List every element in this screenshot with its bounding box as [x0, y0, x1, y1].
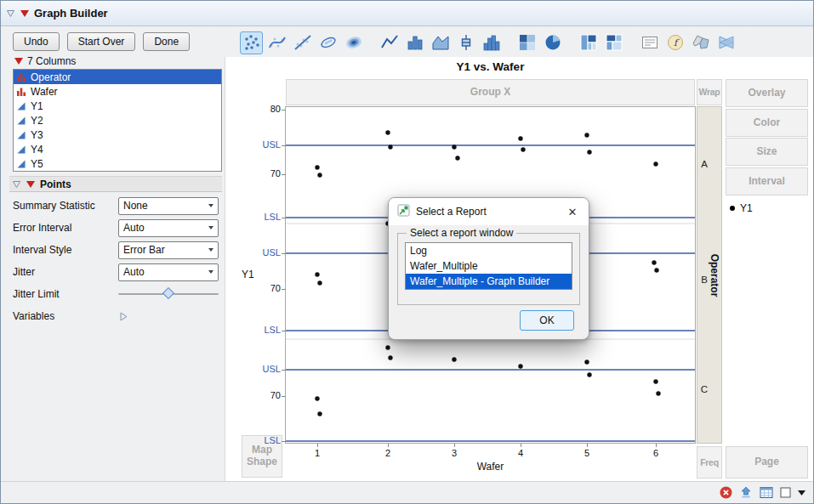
y-tick-mark — [282, 396, 286, 397]
outline-disclosure-icon[interactable] — [6, 9, 15, 18]
ok-button[interactable]: OK — [520, 310, 574, 331]
prop-label-error-interval: Error Interval — [13, 222, 118, 234]
tool-histogram-icon[interactable] — [480, 31, 503, 54]
data-table-icon[interactable] — [760, 486, 773, 499]
done-button[interactable]: Done — [143, 32, 190, 51]
size-dropzone[interactable]: Size — [726, 138, 808, 166]
column-item-y2[interactable]: Y2 — [14, 113, 221, 127]
y-tick-mark — [282, 110, 286, 110]
dialog-titlebar[interactable]: Select a Report ✕ — [389, 198, 589, 225]
close-icon[interactable]: ✕ — [556, 198, 589, 225]
y-tick-label: USL — [249, 247, 281, 258]
tool-treemap-icon[interactable] — [577, 31, 600, 54]
panel-label-b: B — [698, 275, 710, 285]
tool-contour-icon[interactable] — [342, 31, 365, 54]
x-tick-mark — [521, 444, 521, 447]
color-dropzone[interactable]: Color — [726, 109, 808, 137]
point-marker-icon — [730, 206, 735, 211]
selected-value: Auto — [123, 266, 205, 278]
overlay-dropzone[interactable]: Overlay — [726, 79, 808, 107]
tool-caption-box-icon[interactable] — [638, 31, 661, 54]
continuous-column-icon — [16, 116, 26, 126]
y-tick-label: 70 — [249, 390, 281, 400]
prop-label-summary-statistic: Summary Statistic — [13, 200, 118, 212]
x-tick-label: 2 — [378, 448, 398, 458]
y-tick-mark — [282, 218, 286, 218]
tool-area-icon[interactable] — [429, 31, 452, 54]
tool-box-plot-icon[interactable] — [454, 31, 477, 54]
x-tick-mark — [454, 444, 455, 447]
column-item-y4[interactable]: Y4 — [14, 142, 221, 156]
tool-points-icon[interactable] — [240, 31, 263, 54]
chevron-down-icon — [208, 248, 213, 252]
property-row: Variables — [13, 305, 222, 327]
report-option[interactable]: Wafer_Multiple — [406, 258, 572, 274]
legend: Y1 — [730, 201, 753, 215]
selection-box-icon[interactable] — [780, 487, 791, 498]
group-x-dropzone[interactable]: Group X — [286, 79, 695, 105]
jitter-limit-slider[interactable] — [118, 286, 219, 302]
column-label: Wafer — [31, 86, 58, 98]
panel-group-label: Operator — [709, 253, 720, 297]
x-tick-mark — [656, 444, 657, 447]
x-tick-mark — [587, 444, 588, 447]
column-item-operator[interactable]: Operator — [14, 70, 221, 84]
undo-button[interactable]: Undo — [13, 32, 60, 51]
column-item-y1[interactable]: Y1 — [14, 99, 221, 113]
y-tick-mark — [282, 253, 286, 254]
menu-caret-icon[interactable] — [798, 490, 805, 496]
tool-pie-icon[interactable] — [541, 31, 564, 54]
start-over-button[interactable]: Start Over — [67, 32, 136, 51]
property-row: Jitter Limit — [13, 283, 222, 305]
selected-value: Auto — [123, 222, 205, 234]
y-tick-label: LSL — [249, 435, 281, 445]
tool-ellipse-icon[interactable] — [316, 31, 339, 54]
continuous-column-icon — [16, 159, 26, 169]
tool-line-of-fit-icon[interactable] — [291, 31, 314, 54]
y-tick-label: LSL — [249, 325, 281, 335]
graph-title: Y1 vs. Wafer — [286, 60, 695, 73]
chevron-down-icon — [208, 226, 213, 229]
tool-map-shapes-icon[interactable] — [689, 31, 712, 54]
window-title: Graph Builder — [34, 7, 108, 20]
home-icon[interactable] — [739, 486, 753, 499]
red-triangle-menu-icon[interactable] — [26, 181, 35, 188]
column-item-y3[interactable]: Y3 — [14, 127, 221, 142]
column-item-wafer[interactable]: Wafer — [14, 84, 221, 99]
y-tick-mark — [282, 370, 286, 371]
column-item-y5[interactable]: Y5 — [14, 156, 221, 171]
tool-smoother-icon[interactable] — [265, 31, 288, 54]
wrap-dropzone[interactable]: Wrap — [697, 79, 722, 105]
error-icon[interactable] — [720, 486, 732, 499]
x-tick-label: 3 — [444, 448, 464, 458]
tool-bar-icon[interactable] — [403, 31, 426, 54]
report-option[interactable]: Log — [406, 243, 572, 258]
x-tick-label: 5 — [577, 448, 597, 458]
y-axis-label: Y1 — [242, 269, 254, 280]
freq-dropzone[interactable]: Freq — [697, 446, 722, 479]
tool-formula-icon[interactable]: f — [663, 31, 686, 54]
jitter-select[interactable]: Auto — [118, 263, 219, 281]
variables-disclosure-icon[interactable] — [120, 312, 128, 321]
summary-statistic-select[interactable]: None — [118, 197, 219, 215]
report-window-groupbox: Select a report window LogWafer_Multiple… — [397, 227, 580, 305]
slider-thumb[interactable] — [162, 287, 174, 299]
report-option[interactable]: Wafer_Multiple - Graph Builder — [406, 274, 572, 289]
property-row: JitterAuto — [13, 261, 222, 283]
points-disclosure-icon[interactable] — [12, 180, 21, 189]
red-triangle-menu-icon[interactable] — [14, 58, 23, 65]
y-tick-label: 70 — [249, 168, 281, 178]
status-bar — [1, 481, 813, 503]
tool-heatmap-icon[interactable] — [515, 31, 538, 54]
tool-line-icon[interactable] — [378, 31, 401, 54]
column-label: Y3 — [31, 129, 43, 141]
groupbox-label: Select a report window — [407, 227, 516, 239]
tool-parallel-icon[interactable] — [714, 31, 737, 54]
interval-style-select[interactable]: Error Bar — [118, 241, 219, 259]
columns-list: OperatorWaferY1Y2Y3Y4Y5 — [13, 69, 222, 172]
error-interval-select[interactable]: Auto — [118, 219, 219, 237]
interval-dropzone[interactable]: Interval — [726, 167, 808, 195]
page-dropzone[interactable]: Page — [726, 446, 808, 479]
red-triangle-menu-icon[interactable] — [20, 10, 29, 17]
tool-mosaic-icon[interactable] — [602, 31, 625, 54]
